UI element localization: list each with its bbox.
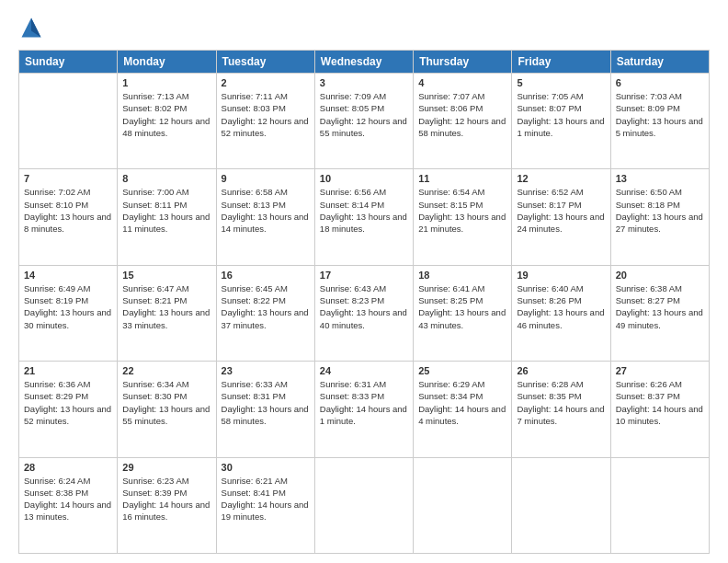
weekday-sunday: Sunday [19,51,118,74]
day-info: Sunrise: 6:54 AMSunset: 8:15 PMDaylight:… [418,186,506,235]
day-info: Sunrise: 6:21 AMSunset: 8:41 PMDaylight:… [222,475,310,523]
day-number: 15 [122,270,210,281]
day-number: 30 [222,462,310,473]
day-number: 8 [122,173,210,184]
day-number: 6 [616,77,704,88]
calendar-cell: 14Sunrise: 6:49 AMSunset: 8:19 PMDayligh… [19,265,118,361]
day-info: Sunrise: 6:40 AMSunset: 8:26 PMDaylight:… [517,282,605,331]
calendar-cell [19,74,118,169]
day-info: Sunrise: 7:03 AMSunset: 8:09 PMDaylight:… [616,90,704,139]
day-info: Sunrise: 7:00 AMSunset: 8:11 PMDaylight:… [122,186,210,235]
day-number: 27 [616,365,704,376]
day-info: Sunrise: 6:33 AMSunset: 8:31 PMDaylight:… [222,378,310,427]
day-info: Sunrise: 6:45 AMSunset: 8:22 PMDaylight:… [222,282,310,331]
calendar-cell: 4Sunrise: 7:07 AMSunset: 8:06 PMDaylight… [414,74,512,169]
day-info: Sunrise: 6:36 AMSunset: 8:29 PMDaylight:… [24,378,112,427]
day-number: 1 [122,77,210,88]
calendar-cell [610,457,709,553]
calendar-cell: 23Sunrise: 6:33 AMSunset: 8:31 PMDayligh… [216,362,314,457]
calendar-cell: 28Sunrise: 6:24 AMSunset: 8:38 PMDayligh… [19,457,118,553]
calendar-cell: 26Sunrise: 6:28 AMSunset: 8:35 PMDayligh… [512,362,610,457]
calendar-cell: 18Sunrise: 6:41 AMSunset: 8:25 PMDayligh… [414,265,512,361]
calendar-cell: 5Sunrise: 7:05 AMSunset: 8:07 PMDaylight… [512,74,610,169]
day-number: 21 [24,365,112,376]
day-info: Sunrise: 6:50 AMSunset: 8:18 PMDaylight:… [616,186,704,235]
calendar-cell: 1Sunrise: 7:13 AMSunset: 8:02 PMDaylight… [118,74,216,169]
calendar-cell: 13Sunrise: 6:50 AMSunset: 8:18 PMDayligh… [610,169,709,265]
day-info: Sunrise: 6:24 AMSunset: 8:38 PMDaylight:… [24,475,112,523]
calendar-cell: 25Sunrise: 6:29 AMSunset: 8:34 PMDayligh… [414,362,512,457]
calendar-cell: 20Sunrise: 6:38 AMSunset: 8:27 PMDayligh… [610,265,709,361]
day-number: 9 [222,173,310,184]
day-info: Sunrise: 7:02 AMSunset: 8:10 PMDaylight:… [24,186,112,235]
calendar-cell: 22Sunrise: 6:34 AMSunset: 8:30 PMDayligh… [118,362,216,457]
day-info: Sunrise: 6:38 AMSunset: 8:27 PMDaylight:… [616,282,704,331]
calendar-cell [512,457,610,553]
day-number: 26 [517,365,605,376]
day-number: 10 [320,173,408,184]
week-row-5: 28Sunrise: 6:24 AMSunset: 8:38 PMDayligh… [19,457,710,553]
day-info: Sunrise: 6:23 AMSunset: 8:39 PMDaylight:… [122,475,210,523]
week-row-4: 21Sunrise: 6:36 AMSunset: 8:29 PMDayligh… [19,362,710,457]
day-number: 5 [517,77,605,88]
calendar-cell: 2Sunrise: 7:11 AMSunset: 8:03 PMDaylight… [216,74,314,169]
day-number: 14 [24,270,112,281]
day-number: 2 [222,77,310,88]
day-info: Sunrise: 7:07 AMSunset: 8:06 PMDaylight:… [418,90,506,139]
day-info: Sunrise: 6:47 AMSunset: 8:21 PMDaylight:… [122,282,210,331]
day-info: Sunrise: 6:29 AMSunset: 8:34 PMDaylight:… [418,378,506,427]
calendar-cell: 29Sunrise: 6:23 AMSunset: 8:39 PMDayligh… [118,457,216,553]
day-number: 13 [616,173,704,184]
day-number: 19 [517,270,605,281]
day-info: Sunrise: 6:34 AMSunset: 8:30 PMDaylight:… [122,378,210,427]
day-number: 18 [418,270,506,281]
day-info: Sunrise: 6:31 AMSunset: 8:33 PMDaylight:… [320,378,408,427]
calendar-cell: 11Sunrise: 6:54 AMSunset: 8:15 PMDayligh… [414,169,512,265]
day-number: 4 [418,77,506,88]
calendar-table: SundayMondayTuesdayWednesdayThursdayFrid… [18,50,710,554]
logo [18,15,48,40]
calendar-cell: 3Sunrise: 7:09 AMSunset: 8:05 PMDaylight… [314,74,413,169]
day-number: 20 [616,270,704,281]
day-number: 7 [24,173,112,184]
header [18,15,710,40]
page: SundayMondayTuesdayWednesdayThursdayFrid… [0,0,728,563]
week-row-3: 14Sunrise: 6:49 AMSunset: 8:19 PMDayligh… [19,265,710,361]
calendar-cell: 19Sunrise: 6:40 AMSunset: 8:26 PMDayligh… [512,265,610,361]
calendar-cell: 9Sunrise: 6:58 AMSunset: 8:13 PMDaylight… [216,169,314,265]
day-info: Sunrise: 7:11 AMSunset: 8:03 PMDaylight:… [222,90,310,139]
day-number: 16 [222,270,310,281]
day-info: Sunrise: 6:26 AMSunset: 8:37 PMDaylight:… [616,378,704,427]
calendar-cell: 7Sunrise: 7:02 AMSunset: 8:10 PMDaylight… [19,169,118,265]
day-info: Sunrise: 6:43 AMSunset: 8:23 PMDaylight:… [320,282,408,331]
logo-icon [18,15,44,40]
weekday-monday: Monday [118,51,216,74]
weekday-header-row: SundayMondayTuesdayWednesdayThursdayFrid… [19,51,710,74]
day-info: Sunrise: 7:13 AMSunset: 8:02 PMDaylight:… [122,90,210,139]
weekday-tuesday: Tuesday [216,51,314,74]
day-info: Sunrise: 7:09 AMSunset: 8:05 PMDaylight:… [320,90,408,139]
calendar-cell [314,457,413,553]
weekday-wednesday: Wednesday [314,51,413,74]
day-number: 23 [222,365,310,376]
calendar-cell: 17Sunrise: 6:43 AMSunset: 8:23 PMDayligh… [314,265,413,361]
day-number: 11 [418,173,506,184]
day-number: 12 [517,173,605,184]
calendar-cell: 30Sunrise: 6:21 AMSunset: 8:41 PMDayligh… [216,457,314,553]
calendar-cell: 6Sunrise: 7:03 AMSunset: 8:09 PMDaylight… [610,74,709,169]
day-info: Sunrise: 6:41 AMSunset: 8:25 PMDaylight:… [418,282,506,331]
day-info: Sunrise: 7:05 AMSunset: 8:07 PMDaylight:… [517,90,605,139]
calendar-cell: 15Sunrise: 6:47 AMSunset: 8:21 PMDayligh… [118,265,216,361]
weekday-friday: Friday [512,51,610,74]
weekday-thursday: Thursday [414,51,512,74]
day-info: Sunrise: 6:49 AMSunset: 8:19 PMDaylight:… [24,282,112,331]
day-number: 24 [320,365,408,376]
weekday-saturday: Saturday [610,51,709,74]
day-info: Sunrise: 6:56 AMSunset: 8:14 PMDaylight:… [320,186,408,235]
day-number: 28 [24,462,112,473]
calendar-cell: 12Sunrise: 6:52 AMSunset: 8:17 PMDayligh… [512,169,610,265]
week-row-2: 7Sunrise: 7:02 AMSunset: 8:10 PMDaylight… [19,169,710,265]
day-number: 3 [320,77,408,88]
calendar-cell: 16Sunrise: 6:45 AMSunset: 8:22 PMDayligh… [216,265,314,361]
day-number: 22 [122,365,210,376]
